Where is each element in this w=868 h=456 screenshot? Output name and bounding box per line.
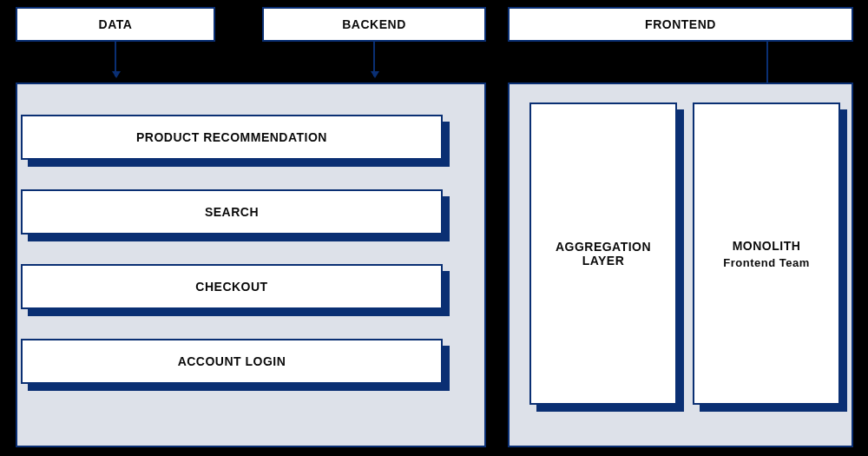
monolith-subtitle: Frontend Team xyxy=(723,256,809,269)
service-label: SEARCH xyxy=(205,205,259,219)
header-frontend: FRONTEND xyxy=(508,7,853,42)
box-aggregation-layer: AGGREGATION LAYER xyxy=(529,102,677,405)
service-box-account-login: ACCOUNT LOGIN xyxy=(21,339,443,384)
header-backend-label: BACKEND xyxy=(342,17,406,31)
diagram-canvas: DATA BACKEND FRONTEND PRODUCT RECOMMENDA… xyxy=(0,0,868,456)
service-label: CHECKOUT xyxy=(195,280,267,294)
service-label: PRODUCT RECOMMENDATION xyxy=(136,130,327,144)
service-box-product-recommendation: PRODUCT RECOMMENDATION xyxy=(21,115,443,160)
service-label: ACCOUNT LOGIN xyxy=(178,354,286,368)
service-box-search: SEARCH xyxy=(21,189,443,235)
header-backend: BACKEND xyxy=(262,7,486,42)
arrow-down-icon xyxy=(373,42,375,76)
header-data: DATA xyxy=(16,7,215,42)
header-frontend-label: FRONTEND xyxy=(645,17,716,31)
aggregation-title: AGGREGATION LAYER xyxy=(538,240,668,268)
service-box-checkout: CHECKOUT xyxy=(21,264,443,309)
arrow-down-icon xyxy=(115,42,116,76)
header-data-label: DATA xyxy=(99,17,133,31)
monolith-title: MONOLITH xyxy=(733,239,801,253)
box-monolith: MONOLITH Frontend Team xyxy=(693,102,840,405)
